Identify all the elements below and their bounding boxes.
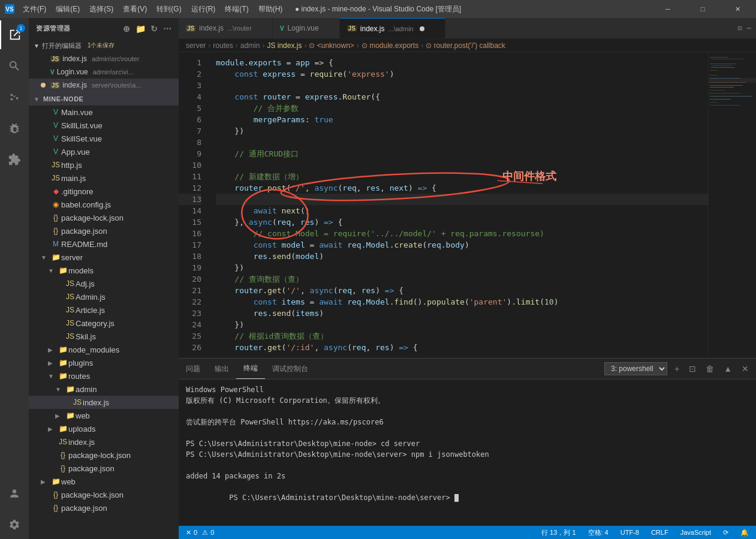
refresh-icon[interactable]: ↻	[150, 24, 158, 34]
menu-edit[interactable]: 编辑(E)	[52, 3, 83, 16]
tree-server-index-js[interactable]: JS index.js	[29, 435, 179, 448]
tree-web-root[interactable]: ▶ 📁 web	[29, 475, 179, 488]
tree-models-folder[interactable]: ▼ 📁 models	[29, 264, 179, 277]
js-icon: JS	[65, 332, 76, 341]
status-line-ending[interactable]: CRLF	[649, 529, 671, 536]
terminal-delete-btn[interactable]: 🗑	[703, 363, 716, 375]
tree-readme[interactable]: M README.md	[29, 237, 179, 251]
status-spaces[interactable]: 空格: 4	[586, 528, 611, 537]
tab-1[interactable]: V Login.vue ✕	[273, 18, 340, 38]
open-editor-0[interactable]: JS index.js admin\src\router	[29, 52, 179, 65]
code-line-17: const model = await req.Model.create(req…	[216, 239, 708, 251]
menu-view[interactable]: 查看(V)	[119, 3, 150, 16]
menu-file[interactable]: 文件(F)	[19, 3, 50, 16]
js-icon: JS	[50, 174, 61, 182]
breadcrumb-routes[interactable]: routes	[213, 41, 233, 50]
menu-select[interactable]: 选择(S)	[86, 3, 117, 16]
tree-server-pkglock[interactable]: {} package-lock.json	[29, 448, 179, 462]
tree-category-js[interactable]: JS Category.js	[29, 317, 179, 330]
tree-skil-js[interactable]: JS Skil.js	[29, 330, 179, 343]
minimize-button[interactable]: ─	[654, 0, 682, 18]
maximize-button[interactable]: □	[689, 0, 716, 18]
tree-main-js[interactable]: JS main.js	[29, 171, 179, 185]
menu-terminal[interactable]: 终端(T)	[221, 3, 252, 16]
tree-gitignore[interactable]: ◆ .gitignore	[29, 185, 179, 198]
activity-account[interactable]	[0, 479, 29, 508]
split-editor-icon[interactable]: ⊡	[738, 24, 742, 33]
tree-pkglock[interactable]: {} package-lock.json	[29, 211, 179, 224]
tree-root-pkg[interactable]: {} package.json	[29, 501, 179, 514]
terminal-add-btn[interactable]: +	[672, 363, 682, 375]
new-file-icon[interactable]: ⊕	[123, 24, 131, 34]
breadcrumb-unknown[interactable]: ⊙ <unknown>	[309, 41, 354, 50]
activity-debug[interactable]	[0, 114, 29, 143]
svg-rect-17	[710, 93, 740, 94]
status-bell-icon[interactable]: 🔔	[738, 529, 751, 537]
breadcrumb-exports[interactable]: ⊙ module.exports	[362, 41, 418, 50]
activity-explorer[interactable]: 1	[0, 20, 29, 49]
tree-main-vue[interactable]: V Main.vue	[29, 106, 179, 119]
activity-search[interactable]	[0, 52, 29, 80]
status-encoding[interactable]: UTF-8	[618, 529, 641, 536]
tree-app-vue[interactable]: V App.vue	[29, 145, 179, 158]
terminal-tab-terminal[interactable]: 终端	[236, 359, 265, 379]
tree-node-modules[interactable]: ▶ 📁 node_modules	[29, 343, 179, 356]
tree-index-js-active[interactable]: JS index.js	[29, 396, 179, 409]
code-line-16: // const Model = require('../../model/' …	[216, 228, 708, 239]
breadcrumb-js[interactable]: JS index.js	[267, 41, 302, 50]
folder-icon: 📁	[58, 345, 68, 354]
open-editors-header[interactable]: ▼ 打开的编辑器 1个未保存	[29, 39, 179, 52]
terminal-split-btn[interactable]: ⊡	[686, 363, 698, 375]
close-button[interactable]: ✕	[724, 0, 751, 18]
open-editor-path-1: admin\src\vi...	[93, 68, 134, 76]
tree-babel[interactable]: ◉ babel.config.js	[29, 198, 179, 211]
tree-adj-js[interactable]: JS Adj.js	[29, 277, 179, 290]
terminal-tab-debug[interactable]: 调试控制台	[265, 359, 315, 379]
terminal-maximize-btn[interactable]: ▲	[721, 363, 734, 375]
status-row-col[interactable]: 行 13，列 1	[539, 528, 578, 537]
tree-pkg[interactable]: {} package.json	[29, 224, 179, 237]
terminal-close-btn[interactable]: ✕	[739, 363, 751, 375]
terminal-body[interactable]: Windows PowerShell 版权所有 (C) Microsoft Co…	[179, 380, 756, 526]
open-editor-2[interactable]: JS index.js server\routes\a...	[29, 79, 179, 92]
terminal-tab-problems[interactable]: 问题	[179, 359, 207, 379]
menu-run[interactable]: 运行(R)	[188, 3, 219, 16]
activity-extensions[interactable]	[0, 145, 29, 174]
open-editor-1[interactable]: V Login.vue admin\src\vi...	[29, 65, 179, 79]
new-folder-icon[interactable]: 📁	[135, 24, 146, 34]
tree-admin-folder[interactable]: ▼ 📁 admin	[29, 383, 179, 396]
breadcrumb-admin[interactable]: admin	[240, 41, 260, 50]
status-language[interactable]: JavaScript	[678, 529, 713, 536]
tree-plugins[interactable]: ▶ 📁 plugins	[29, 356, 179, 369]
tree-routes[interactable]: ▼ 📁 routes	[29, 369, 179, 383]
tree-uploads[interactable]: ▶ 📁 uploads	[29, 422, 179, 435]
collapse-icon[interactable]: ⋯	[163, 24, 172, 34]
tree-server-pkg[interactable]: {} package.json	[29, 462, 179, 475]
tree-admin-js[interactable]: JS Admin.js	[29, 290, 179, 303]
status-errors[interactable]: ✕ 0 ⚠ 0	[183, 529, 216, 537]
activity-settings[interactable]	[0, 510, 29, 539]
tree-server-folder[interactable]: ▼ 📁 server	[29, 251, 179, 264]
terminal-shell-select[interactable]: 3: powershell	[604, 362, 667, 375]
code-area[interactable]: 12345 678910 1112131415 1617181920 21222…	[179, 52, 756, 358]
breadcrumb-server[interactable]: server	[186, 41, 206, 50]
menu-goto[interactable]: 转到(G)	[153, 3, 185, 16]
breadcrumb-callback[interactable]: ⊙ router.post('/') callback	[426, 41, 505, 50]
tree-web-folder[interactable]: ▶ 📁 web	[29, 409, 179, 422]
tree-article-js[interactable]: JS Article.js	[29, 303, 179, 317]
status-sync-icon[interactable]: ⟳	[721, 529, 731, 537]
tab-0[interactable]: JS index.js ...\router ✕	[179, 18, 273, 38]
project-root[interactable]: ▼ MINE-NODE	[29, 92, 179, 106]
tree-skillset-vue[interactable]: V SkillSet.vue	[29, 132, 179, 145]
more-tabs-icon[interactable]: ⋯	[747, 24, 751, 33]
activity-scm[interactable]	[0, 83, 29, 112]
menu-help[interactable]: 帮助(H)	[255, 3, 287, 16]
terminal-tab-output[interactable]: 输出	[207, 359, 236, 379]
tab-2[interactable]: JS index.js ...\admin ✕	[340, 18, 445, 38]
terminal-line-6: PS C:\Users\Administrator\Desktop\mine-n…	[186, 449, 749, 460]
vue-icon: V	[50, 108, 61, 116]
tree-http-js[interactable]: JS http.js	[29, 158, 179, 171]
tree-skilllist-vue[interactable]: V SkillList.vue	[29, 119, 179, 132]
tree-root-pkglock[interactable]: {} package-lock.json	[29, 488, 179, 501]
code-content[interactable]: module.exports = app => { const express …	[209, 52, 708, 358]
